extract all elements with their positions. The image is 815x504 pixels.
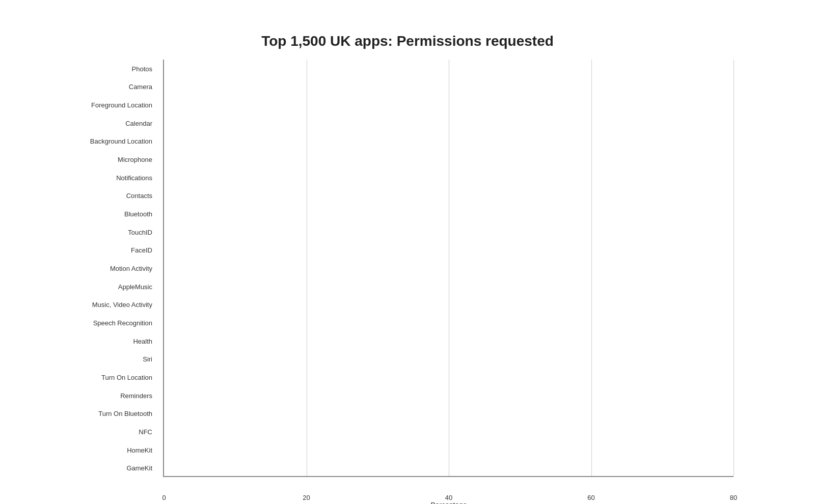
y-axis-label: Turn On Bluetooth bbox=[55, 410, 156, 417]
y-axis-label: AppleMusic bbox=[55, 283, 156, 290]
chart-area: PhotosCameraForeground LocationCalendarB… bbox=[163, 60, 734, 477]
grid-line bbox=[307, 60, 307, 476]
y-axis-label: HomeKit bbox=[55, 446, 156, 453]
y-axis-label: Reminders bbox=[55, 392, 156, 399]
grid-line bbox=[734, 60, 734, 476]
y-axis-label: Bluetooth bbox=[55, 211, 156, 217]
y-axis-label: Photos bbox=[55, 65, 156, 72]
chart-container: Top 1,500 UK apps: Permissions requested… bbox=[51, 13, 764, 491]
y-axis-label: FaceID bbox=[55, 247, 156, 254]
plot-area: 020406080 Percentage bbox=[163, 60, 734, 477]
y-axis-label: TouchID bbox=[55, 229, 156, 235]
y-axis-label: Foreground Location bbox=[55, 102, 156, 108]
y-axis-label: Motion Activity bbox=[55, 265, 156, 272]
y-axis-label: Camera bbox=[55, 83, 156, 90]
y-axis-label: Notifications bbox=[55, 174, 156, 181]
y-axis-label: Health bbox=[55, 338, 156, 344]
x-axis-label: 20 bbox=[303, 494, 310, 501]
y-axis-labels: PhotosCameraForeground LocationCalendarB… bbox=[56, 60, 160, 477]
y-axis-label: Contacts bbox=[55, 192, 156, 199]
y-axis-label: GameKit bbox=[55, 465, 156, 471]
grid-line bbox=[591, 60, 592, 476]
x-axis-title: Percentage bbox=[164, 501, 734, 504]
y-axis-label: Calendar bbox=[55, 120, 156, 126]
grid-line bbox=[449, 60, 449, 476]
y-axis-label: Siri bbox=[55, 356, 156, 362]
x-axis-label: 0 bbox=[162, 494, 166, 501]
y-axis-label: Background Location bbox=[55, 138, 156, 145]
y-axis-label: Microphone bbox=[55, 156, 156, 163]
chart-title: Top 1,500 UK apps: Permissions requested bbox=[82, 33, 734, 49]
x-axis-label: 60 bbox=[587, 494, 594, 501]
y-axis-label: NFC bbox=[55, 428, 156, 435]
y-axis-label: Speech Recognition bbox=[55, 319, 156, 326]
x-axis-label: 80 bbox=[730, 494, 737, 501]
x-axis-label: 40 bbox=[445, 494, 452, 501]
y-axis-label: Turn On Location bbox=[55, 374, 156, 380]
y-axis-label: Music, Video Activity bbox=[55, 301, 156, 308]
